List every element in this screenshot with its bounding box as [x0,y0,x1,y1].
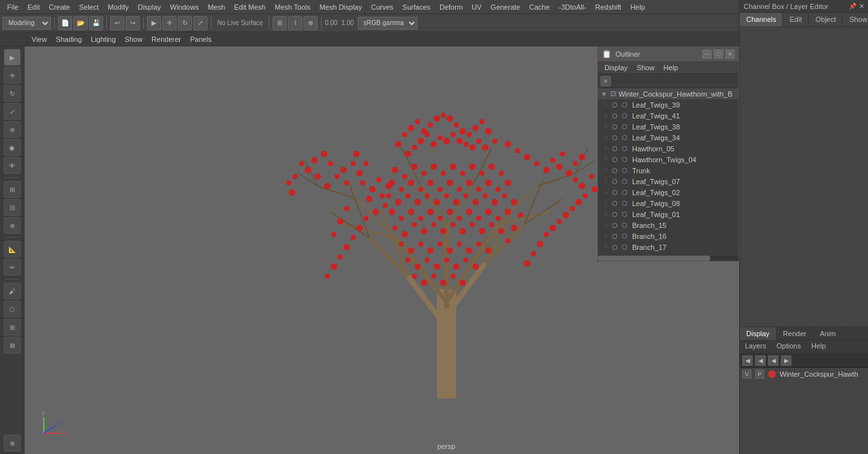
menu-select[interactable]: Select [75,2,104,12]
list-item[interactable]: └ ⬡ Leaf_Twigs_38 [598,121,738,132]
menu-windows[interactable]: Windows [166,2,204,12]
menu-help[interactable]: Help [626,2,650,12]
menu-modify[interactable]: Modify [103,2,133,12]
undo-btn[interactable]: ↩ [110,16,124,30]
display-tab-render[interactable]: Render [776,327,813,340]
outliner-scroll-thumb[interactable] [598,256,710,261]
layer-delete-btn[interactable]: ◀ [755,355,766,366]
scale-tool-btn[interactable]: ⤢ [4,103,21,120]
extra-tools2-btn[interactable]: ⊠ [4,337,21,354]
outliner-root-item[interactable]: ▼ ⊡ Winter_Cockspur_Hawthorn_with_B [598,88,738,99]
annotation-btn[interactable]: ✏ [4,259,21,276]
display-tab-anim[interactable]: Anim [813,327,843,340]
layer-playback-btn[interactable]: P [755,370,764,379]
show-hide-btn[interactable]: 👁 [4,157,21,174]
minimize-btn[interactable]: — [702,50,711,59]
select-tool-btn[interactable]: ▶ [4,49,21,66]
layer-tab-help[interactable]: Help [806,341,831,353]
vp-menu-show[interactable]: Show [121,34,148,44]
move-btn[interactable]: ✛ [162,16,177,30]
close-btn[interactable]: ✕ [726,50,735,59]
color-space-select[interactable]: sRGB gamma [358,17,418,30]
root-collapse-icon[interactable]: ▼ [601,90,608,98]
snap-together-btn[interactable]: ⊞ [4,181,21,198]
menu-file[interactable]: File [3,2,23,12]
save-btn[interactable]: 💾 [89,16,103,30]
outliner-menu-display[interactable]: Display [601,62,632,73]
menu-uv[interactable]: UV [467,2,486,12]
redo-btn[interactable]: ↪ [126,16,140,30]
layer-tab-options[interactable]: Options [771,341,806,353]
vp-menu-shading[interactable]: Shading [52,34,86,44]
list-item[interactable]: └ ⬡ Leaf_Twigs_08 [598,198,738,209]
snap-to-grid-btn[interactable]: ⊕ [4,217,21,234]
paint-brush-btn[interactable]: 🖌 [4,283,21,299]
list-item[interactable]: └ ⬡ Branch_16 [598,231,738,241]
menu-3dtoa[interactable]: -3DtoAll- [554,2,591,12]
list-item[interactable]: └ ⬡ Leaf_Twigs_01 [598,209,738,220]
select-btn[interactable]: ▶ [147,16,161,30]
vp-menu-panels[interactable]: Panels [186,34,217,44]
soft-select-btn[interactable]: ◉ [4,139,21,156]
vp-menu-renderer[interactable]: Renderer [147,34,186,44]
menu-curves[interactable]: Curves [367,2,398,12]
layer-nav-right[interactable]: ▶ [781,355,791,366]
outliner-menu-show[interactable]: Show [633,62,659,73]
item-indent: └ [603,178,610,185]
sculpt-btn[interactable]: ⬡ [4,301,21,317]
mode-select[interactable]: Modeling Rigging Animation [3,17,51,30]
menu-generate[interactable]: Generate [486,2,525,12]
outliner-list[interactable]: ▼ ⊡ Winter_Cockspur_Hawthorn_with_B └ ⬡ … [598,88,738,256]
layer-create-btn[interactable]: ◀ [742,355,753,366]
menu-edit[interactable]: Edit [23,2,44,12]
extra-tools-btn[interactable]: ⊞ [4,319,21,336]
outliner-menu-help[interactable]: Help [660,62,682,73]
menu-mesh-display[interactable]: Mesh Display [315,2,367,12]
list-item[interactable]: └ ⬡ Hawthorn_05 [598,143,738,154]
layer-tab-layers[interactable]: Layers [740,341,771,353]
list-item[interactable]: └ ⬡ Leaf_Twigs_34 [598,132,738,143]
svg-point-127 [427,180,434,186]
svg-point-74 [492,138,497,144]
maximize-btn[interactable]: □ [714,50,723,59]
rotate-btn[interactable]: ↻ [178,16,192,30]
outliner-scrollbar[interactable] [598,256,738,261]
snap-point-btn[interactable]: ⊕ [304,16,318,30]
list-item[interactable]: └ ⬡ Leaf_Twigs_39 [598,99,738,110]
snap-grid-btn[interactable]: ⊞ [273,16,287,30]
menu-surfaces[interactable]: Surfaces [398,2,435,12]
list-item[interactable]: └ ⬡ Leaf_Twigs_02 [598,187,738,198]
menu-cache[interactable]: Cache [525,2,554,12]
menu-mesh[interactable]: Mesh [203,2,229,12]
new-scene-btn[interactable]: 📄 [58,16,72,30]
menu-mesh-tools[interactable]: Mesh Tools [270,2,314,12]
vp-menu-lighting[interactable]: Lighting [86,34,121,44]
vp-menu-view[interactable]: View [27,34,52,44]
measure-btn[interactable]: 📐 [4,241,21,258]
list-item[interactable]: └ ⬡ Leaf_Twigs_41 [598,110,738,121]
move-tool-btn[interactable]: ✛ [4,67,21,84]
toolbar-sep-6 [321,17,322,29]
outliner-toolbar-btn[interactable]: ≡ [601,76,611,86]
layer-visibility-btn[interactable]: V [742,370,751,379]
list-item[interactable]: └ ⬡ Leaf_Twigs_07 [598,176,738,187]
open-btn[interactable]: 📂 [73,16,88,30]
scale-btn[interactable]: ⤢ [193,16,207,30]
align-objects-btn[interactable]: ⊟ [4,199,21,216]
svg-point-124 [399,187,404,192]
universal-manip-btn[interactable]: ⊛ [4,121,21,138]
menu-redshift[interactable]: Redshift [591,2,626,12]
snap-curve-btn[interactable]: ⌇ [288,16,302,30]
menu-edit-mesh[interactable]: Edit Mesh [229,2,270,12]
list-item[interactable]: └ ⬡ Branch_15 [598,220,738,231]
menu-display[interactable]: Display [133,2,166,12]
list-item[interactable]: └ ⬡ Hawthorn_Twigs_04 [598,154,738,165]
layer-nav-left[interactable]: ◀ [768,355,778,366]
list-item[interactable]: └ ⬡ Branch_17 [598,241,738,252]
bottom-btn[interactable]: ⊕ [4,435,21,451]
display-tab-display[interactable]: Display [740,327,776,340]
list-item[interactable]: └ ⬡ Trunk [598,165,738,176]
menu-create[interactable]: Create [44,2,75,12]
menu-deform[interactable]: Deform [435,2,467,12]
rotate-tool-btn[interactable]: ↻ [4,85,21,102]
